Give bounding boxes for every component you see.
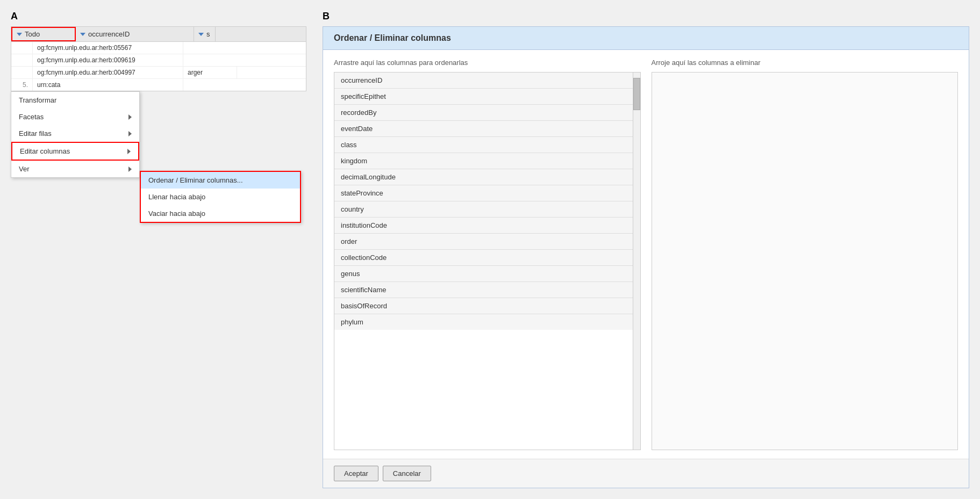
column-item-specificepithet[interactable]: specificEpithet [334,89,633,105]
table-row: og:fcnym.unlp.edu.ar:herb:05567 [11,42,306,54]
s-label: s [206,30,210,38]
occurrenceid-label: occurrenceID [88,30,130,38]
table-body: og:fcnym.unlp.edu.ar:herb:05567 og:fcnym… [11,42,306,91]
menu-item-transformar[interactable]: Transformar [11,92,139,109]
sort-columns-title: Arrastre aquí las columnas para ordenarl… [334,59,641,67]
menu-item-ver-label: Ver [19,165,30,173]
submenu-item-vaciar[interactable]: Vaciar hacia abajo [141,205,300,222]
submenu-item-llenar[interactable]: Llenar hacia abajo [141,189,300,205]
submenu-item-ordenar-label: Ordenar / Eliminar columnas... [148,176,243,184]
facetas-arrow-icon [128,114,132,120]
submenu-editar-columnas: Ordenar / Eliminar columnas... Llenar ha… [140,171,301,223]
column-item-basisofrecord[interactable]: basisOfRecord [334,298,633,314]
sort-columns-list-container: occurrenceID specificEpithet recordedBy … [334,72,641,450]
menu-item-editar-columnas-label: Editar columnas [20,147,70,155]
panel-b-content: Arrastre aquí las columnas para ordenarl… [323,50,969,459]
panel-b-title: Ordenar / Eliminar columnas [323,27,969,50]
section-b-label: B [323,11,969,22]
main-menu: Transformar Facetas Editar filas Editar … [11,91,140,178]
menu-item-facetas-label: Facetas [19,113,44,121]
column-item-occurrenceid[interactable]: occurrenceID [334,73,633,89]
header-occurrenceid[interactable]: occurrenceID [76,27,194,41]
row-value: og:fcnym.unlp.edu.ar:herb:009619 [33,54,183,66]
menu-item-editar-columnas[interactable]: Editar columnas [11,142,139,161]
panel-b-footer: Aceptar Cancelar [323,459,969,488]
s-dropdown-icon[interactable] [198,33,204,36]
column-item-collectioncode[interactable]: collectionCode [334,250,633,266]
column-item-phylum[interactable]: phylum [334,314,633,330]
column-item-stateprovince[interactable]: stateProvince [334,185,633,201]
todo-label: Todo [25,30,40,38]
accept-button[interactable]: Aceptar [334,466,378,481]
submenu-item-vaciar-label: Vaciar hacia abajo [148,209,205,218]
ver-arrow-icon [128,167,132,172]
column-item-country[interactable]: country [334,201,633,218]
delete-drop-zone[interactable] [652,72,958,450]
table-row: og:fcnym.unlp.edu.ar:herb:009619 [11,54,306,67]
submenu-item-llenar-label: Llenar hacia abajo [148,193,205,201]
cancel-button[interactable]: Cancelar [383,466,431,481]
column-item-decimallongitude[interactable]: decimalLongitude [334,169,633,185]
occurrenceid-dropdown-icon[interactable] [80,33,85,36]
table-row: og:fcnym.unlp.edu.ar:herb:004997 arger [11,67,306,79]
menu-item-facetas[interactable]: Facetas [11,109,139,125]
column-item-recordedby[interactable]: recordedBy [334,105,633,121]
row-value: og:fcnym.unlp.edu.ar:herb:05567 [33,42,183,54]
column-item-order[interactable]: order [334,234,633,250]
menu-item-transformar-label: Transformar [19,96,56,104]
row-num [11,42,33,54]
editar-columnas-arrow-icon [127,149,131,154]
scrollbar-track[interactable] [633,73,640,450]
row-value: og:fcnym.unlp.edu.ar:herb:004997 [33,67,183,78]
column-item-scientificname[interactable]: scientificName [334,282,633,298]
sort-columns-section: Arrastre aquí las columnas para ordenarl… [334,59,641,450]
table-header: Todo occurrenceID s [11,26,306,42]
column-item-eventdate[interactable]: eventDate [334,121,633,137]
row-extra: arger [183,67,237,78]
row-num [11,54,33,66]
panel-b: Ordenar / Eliminar columnas Arrastre aqu… [323,26,969,488]
menu-item-editar-filas[interactable]: Editar filas [11,125,139,142]
sort-columns-list[interactable]: occurrenceID specificEpithet recordedBy … [334,73,633,450]
header-s[interactable]: s [194,27,216,41]
submenu-item-ordenar[interactable]: Ordenar / Eliminar columnas... [141,172,300,189]
row-num [11,67,33,78]
column-item-kingdom[interactable]: kingdom [334,153,633,169]
todo-dropdown-icon[interactable] [17,33,22,36]
scrollbar-thumb[interactable] [633,78,640,110]
row-value: urn:cata [33,79,183,91]
header-todo[interactable]: Todo [11,27,76,41]
row-num: 5. [11,79,33,91]
section-a-label: A [11,11,306,22]
context-menu: Transformar Facetas Editar filas Editar … [11,91,306,178]
delete-columns-section: Arroje aquí las columnas a eliminar [652,59,958,450]
column-item-genus[interactable]: genus [334,266,633,282]
column-item-class[interactable]: class [334,137,633,153]
editar-filas-arrow-icon [128,131,132,136]
delete-columns-title: Arroje aquí las columnas a eliminar [652,59,958,67]
table-row: 5. urn:cata [11,79,306,91]
column-item-institutioncode[interactable]: institutionCode [334,218,633,234]
menu-item-ver[interactable]: Ver [11,161,139,177]
menu-item-editar-filas-label: Editar filas [19,129,52,138]
